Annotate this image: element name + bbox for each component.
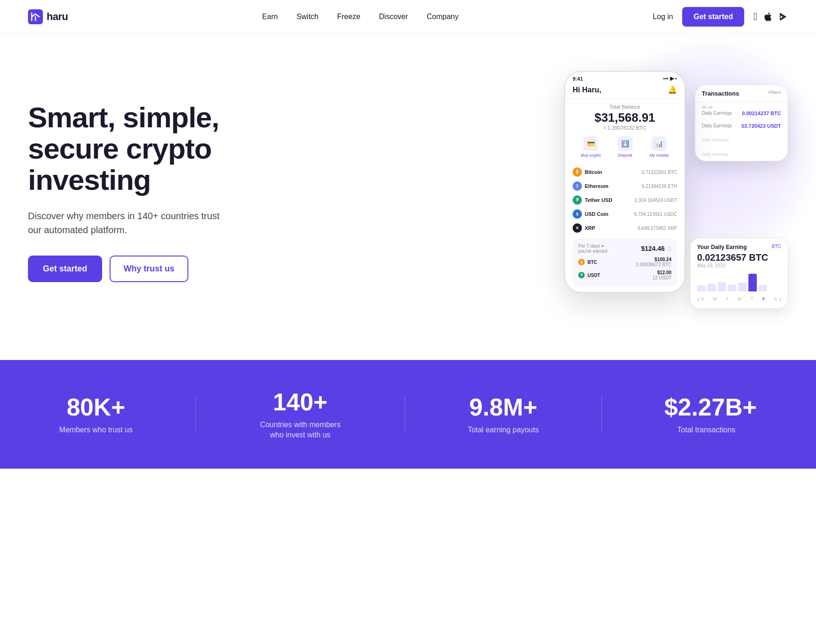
stats-section: 80K+ Members who trust us 140+ Countries…: [0, 360, 816, 469]
chart-bar-5: [738, 283, 747, 291]
chart-bar-7: [759, 285, 767, 291]
nav-right: Log in Get started : [653, 7, 788, 27]
coin-row-eth: Ξ Ethereum 6.21394238 ETH: [573, 179, 677, 193]
daily-earning-amount: 0.02123657 BTC: [697, 252, 781, 263]
balance-label: Total Balance: [573, 104, 677, 110]
nav-discover[interactable]: Discover: [379, 13, 408, 21]
phone-body: Total Balance $31,568.91 ≈ 1.39078132 BT…: [565, 98, 685, 292]
my-assets-icon: 📊: [651, 136, 666, 151]
tx-label-2: Daily Earnings: [702, 123, 732, 129]
app-store-icons: : [754, 11, 788, 23]
stat-transactions: $2.27B+ Total transactions: [664, 393, 757, 435]
google-play-icon[interactable]: [779, 12, 788, 21]
btc-value: $100.24: [636, 257, 671, 262]
notification-icon[interactable]: 🔔: [668, 85, 677, 94]
chart-day-labels: SMT WT F S: [699, 297, 779, 301]
mini-usdt-icon: ₮: [578, 272, 585, 278]
my-assets-action[interactable]: 📊 My Assets: [650, 136, 669, 158]
deposit-action[interactable]: ⬇️ Deposit: [618, 136, 633, 158]
buy-crypto-action[interactable]: 💳 Buy crypto: [581, 136, 601, 158]
stat-transactions-label: Total transactions: [664, 425, 748, 435]
usdc-icon: $: [573, 209, 582, 219]
earned-section: For 7 days ▾ you've earned $124.46 ⓘ ₿ B…: [573, 239, 677, 286]
coin-list: ₿ Bitcoin 0.71312001 BTC Ξ Ethereum 6.21…: [573, 165, 677, 235]
tx-date-1: 05-16: [702, 105, 781, 110]
balance-value: $31,568.91: [573, 111, 677, 125]
stat-payouts-label: Total earning payouts: [468, 425, 539, 435]
usdt-asset-row: ₮ USDT $12.00 12 USDT: [578, 269, 671, 282]
mini-bar-chart: [697, 273, 781, 291]
coin-row-usdc: $ USD Coin 6,734.123921 USDC: [573, 207, 677, 221]
nav-switch[interactable]: Switch: [297, 13, 318, 21]
balance-btc: ≈ 1.39078132 BTC: [573, 125, 677, 131]
transactions-header: Transactions Filters: [695, 85, 788, 102]
daily-card-currency[interactable]: BTC: [772, 244, 781, 250]
mini-btc-icon: ₿: [578, 259, 585, 265]
chart-bar-3: [718, 282, 726, 291]
nav-earn[interactable]: Earn: [262, 13, 278, 21]
stat-countries-number: 140+: [258, 388, 342, 416]
hero-buttons: Get started Why trust us: [28, 256, 270, 282]
earned-amount: $124.46: [641, 245, 665, 252]
earned-sub: you've earned: [578, 249, 608, 254]
tx-amount-2: 53.720423 USDT: [741, 123, 781, 129]
chart-next-button[interactable]: ›: [779, 295, 781, 303]
usdt-icon: ₮: [573, 195, 582, 205]
chart-navigation: ‹ SMT WT F S ›: [697, 295, 781, 303]
btc-asset-row: ₿ BTC $100.24 0.00636672 BTC: [578, 256, 671, 269]
transaction-row-3: Daily Earnings: [695, 132, 788, 146]
transaction-row-2: Daily Earnings 53.720423 USDT: [695, 119, 788, 132]
transaction-row-1: 05-16 Daily Earnings 0.00214237 BTC: [695, 102, 788, 119]
transaction-row-4: Daily Earnings: [695, 146, 788, 161]
phone-status-bar: 9:41 ▪▪▪ ▶ ▪: [565, 72, 685, 83]
deposit-label: Deposit: [618, 153, 632, 158]
chart-bar-2: [707, 284, 716, 291]
stat-members-number: 80K+: [59, 393, 132, 421]
hero-section: Smart, simple, secure crypto investing D…: [0, 34, 816, 360]
buy-crypto-label: Buy crypto: [581, 153, 601, 158]
daily-card-title: Your Daily Earning BTC: [697, 244, 781, 250]
login-link[interactable]: Log in: [653, 13, 673, 21]
apple-icon[interactable]: [763, 12, 773, 22]
main-phone-mockup: 9:41 ▪▪▪ ▶ ▪ Hi Haru, 🔔 Total Balance $3…: [564, 71, 685, 293]
logo-text: haru: [47, 11, 68, 23]
chart-bar-1: [697, 285, 705, 291]
coin-row-btc: ₿ Bitcoin 0.71312001 BTC: [573, 165, 677, 179]
stat-payouts: 9.8M+ Total earning payouts: [468, 393, 539, 435]
coin-row-usdt: ₮ Tether USD 2,324.164524 USDT: [573, 193, 677, 207]
tx-label-1: Daily Earnings: [702, 111, 732, 116]
transactions-card: Transactions Filters 05-16 Daily Earning…: [695, 85, 788, 161]
btc-icon: ₿: [573, 167, 582, 177]
stat-countries-label: Countries with members who invest with u…: [258, 420, 342, 441]
get-started-button[interactable]: Get started: [682, 7, 744, 27]
deposit-icon: ⬇️: [618, 136, 633, 151]
eth-icon: Ξ: [573, 181, 582, 191]
my-assets-label: My Assets: [650, 153, 669, 158]
hero-phone-area: 9:41 ▪▪▪ ▶ ▪ Hi Haru, 🔔 Total Balance $3…: [546, 66, 788, 318]
chart-bar-6: [748, 274, 757, 291]
phone-greeting: Hi Haru,: [573, 86, 601, 94]
usdt-value: $12.00: [652, 270, 671, 275]
xrp-icon: ✕: [573, 223, 582, 233]
haru-logo-icon: [28, 9, 43, 24]
tx-amount-1: 0.00214237 BTC: [742, 111, 781, 116]
coin-row-xrp: ✕ XRP 6,649.273452 XRP: [573, 221, 677, 235]
stat-payouts-number: 9.8M+: [468, 393, 539, 421]
nav-company[interactable]: Company: [427, 13, 458, 21]
logo-link[interactable]: haru: [28, 9, 68, 24]
apple-app-store-icon[interactable]: : [754, 11, 757, 23]
stat-divider-3: [602, 395, 602, 433]
phone-header: Hi Haru, 🔔: [565, 83, 685, 98]
hero-title: Smart, simple, secure crypto investing: [28, 102, 270, 196]
btc-sub: 0.00636672 BTC: [636, 262, 671, 267]
nav-freeze[interactable]: Freeze: [337, 13, 360, 21]
chart-bar-4: [728, 284, 736, 291]
stat-divider-1: [195, 395, 196, 433]
phone-signal: ▪▪▪ ▶ ▪: [663, 76, 677, 82]
phone-time: 9:41: [573, 76, 583, 82]
filters-label[interactable]: Filters: [768, 90, 781, 97]
stat-members: 80K+ Members who trust us: [59, 393, 132, 435]
hero-get-started-button[interactable]: Get started: [28, 256, 102, 282]
transactions-title: Transactions: [702, 90, 739, 97]
hero-why-trust-button[interactable]: Why trust us: [110, 256, 188, 282]
